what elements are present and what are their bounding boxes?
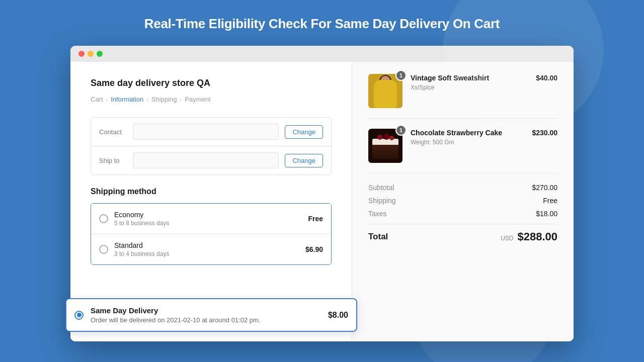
cake-variant: Weight: 500 Gm xyxy=(411,139,524,146)
store-name: Same day delivery store QA xyxy=(91,78,332,88)
shipping-value: Free xyxy=(543,197,557,205)
total-amount: $288.00 xyxy=(517,230,557,243)
same-day-radio[interactable] xyxy=(74,311,84,320)
contact-input[interactable] xyxy=(133,124,279,140)
contact-label: Contact xyxy=(99,128,127,136)
contact-section: Contact Change Ship to Change xyxy=(91,117,332,175)
same-day-name: Same Day Delivery xyxy=(91,306,321,315)
economy-info: Economy 5 to 8 business days xyxy=(114,211,302,227)
taxes-value: $18.00 xyxy=(536,210,557,218)
standard-desc: 3 to 4 business days xyxy=(114,250,299,257)
contact-change-button[interactable]: Change xyxy=(285,125,323,139)
dot-minimize[interactable] xyxy=(88,51,94,57)
standard-info: Standard 3 to 4 business days xyxy=(114,241,299,257)
standard-radio[interactable] xyxy=(99,245,108,254)
sweatshirt-badge: 1 xyxy=(395,70,407,81)
breadcrumb-shipping[interactable]: Shipping xyxy=(151,96,177,103)
cake-details: Chocolate Strawberry Cake Weight: 500 Gm xyxy=(411,129,524,146)
standard-price: $6.90 xyxy=(305,245,323,253)
order-item-cake: 1 Chocolate Strawberry Cake Weight: 500 … xyxy=(368,129,557,173)
order-totals: Subtotal $270.00 Shipping Free Taxes $18… xyxy=(368,184,557,243)
same-day-card[interactable]: Same Day Delivery Order will be delivere… xyxy=(65,298,357,332)
ship-to-row: Ship to Change xyxy=(91,146,331,174)
total-currency: USD xyxy=(501,235,513,242)
taxes-label: Taxes xyxy=(368,210,387,218)
subtotal-label: Subtotal xyxy=(368,184,394,192)
cake-berry3 xyxy=(389,136,394,140)
economy-desc: 5 to 8 business days xyxy=(114,220,302,227)
breadcrumb-sep-2: › xyxy=(146,97,148,103)
same-day-price: $8.00 xyxy=(328,311,348,320)
shipping-method-title: Shipping method xyxy=(91,187,332,196)
breadcrumb-sep-3: › xyxy=(180,97,182,103)
subtotal-row: Subtotal $270.00 xyxy=(368,184,557,192)
cake-name: Chocolate Strawberry Cake xyxy=(411,129,524,137)
dot-maximize[interactable] xyxy=(97,51,103,57)
grand-total-row: Total USD $288.00 xyxy=(368,224,557,243)
body xyxy=(374,80,397,108)
cake-berry2 xyxy=(383,134,389,140)
breadcrumb-sep-1: › xyxy=(106,97,108,103)
breadcrumb-information[interactable]: Information xyxy=(111,96,143,103)
same-day-desc: Order will be delivered on 2021-02-10 at… xyxy=(91,316,321,324)
shipping-options: Economy 5 to 8 business days Free Standa… xyxy=(91,203,332,265)
sweatshirt-image-wrap: 1 xyxy=(368,74,403,108)
breadcrumb-cart[interactable]: Cart xyxy=(91,96,103,103)
standard-name: Standard xyxy=(114,241,299,249)
economy-name: Economy xyxy=(114,211,302,219)
shipping-option-standard[interactable]: Standard 3 to 4 business days $6.90 xyxy=(91,234,331,264)
shipping-option-economy[interactable]: Economy 5 to 8 business days Free xyxy=(91,204,331,234)
grand-value: USD $288.00 xyxy=(501,230,557,243)
ship-to-label: Ship to xyxy=(99,157,127,164)
breadcrumb-payment[interactable]: Payment xyxy=(185,96,210,103)
contact-row: Contact Change xyxy=(91,118,331,146)
same-day-info: Same Day Delivery Order will be delivere… xyxy=(91,306,321,324)
shipping-label: Shipping xyxy=(368,197,396,205)
economy-price: Free xyxy=(308,215,323,223)
total-label: Total xyxy=(368,232,388,242)
cake-berry1 xyxy=(377,135,382,140)
ship-to-input[interactable] xyxy=(133,152,279,168)
taxes-row: Taxes $18.00 xyxy=(368,210,557,218)
shipping-row: Shipping Free xyxy=(368,197,557,205)
subtotal-value: $270.00 xyxy=(532,184,557,192)
economy-radio[interactable] xyxy=(99,214,108,223)
ship-to-change-button[interactable]: Change xyxy=(285,154,323,167)
breadcrumb: Cart › Information › Shipping › Payment xyxy=(91,96,332,103)
dot-close[interactable] xyxy=(78,51,85,57)
cake-badge: 1 xyxy=(395,125,407,136)
cake-image-wrap: 1 xyxy=(368,129,403,163)
cake-price: $230.00 xyxy=(532,129,557,137)
